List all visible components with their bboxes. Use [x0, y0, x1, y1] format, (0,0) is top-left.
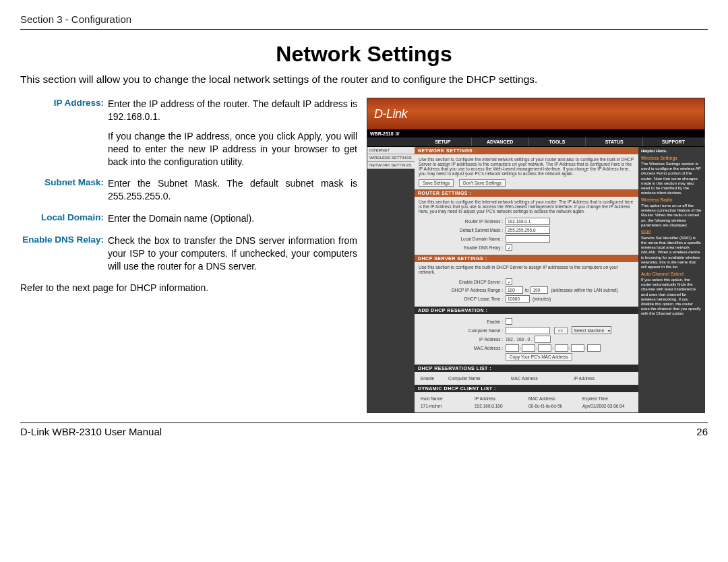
res-enable-label: Enable :: [419, 319, 506, 324]
dyn-col-exp: Expired Time: [580, 395, 634, 402]
def-ip-text1: Enter the IP address of the router. The …: [108, 98, 357, 123]
help-ws-title: Wireless Settings: [641, 156, 702, 161]
tab-status[interactable]: STATUS: [586, 137, 643, 146]
dyn-row: 171-mohm 192.168.0.100 00-0c-f1-fa-6d-5b…: [419, 402, 634, 410]
help-acs-title: Auto Channel Select: [641, 272, 702, 277]
dont-save-button[interactable]: Don't Save Settings: [459, 179, 506, 187]
page-title: Network Settings: [20, 42, 708, 67]
res-mac-6[interactable]: [587, 344, 601, 352]
res-cname-input[interactable]: [506, 327, 550, 334]
router-screenshot: D-Link WBR-2310/// SETUP ADVANCED TOOLS …: [367, 98, 705, 413]
dynamic-list-header: DYNAMIC DHCP CLIENT LIST :: [415, 385, 638, 392]
dhcp-lease-input[interactable]: 10800: [506, 295, 530, 303]
help-acs-text: If you select this option, the router au…: [641, 278, 702, 317]
dhcp-range-label: DHCP IP Address Range :: [419, 288, 506, 292]
tab-support[interactable]: SUPPORT: [643, 137, 704, 146]
def-domain-text: Enter the Domain name (Optional).: [108, 212, 357, 225]
res-cname-label: Computer Name :: [419, 328, 506, 333]
dhcp-lease-unit: (minutes): [533, 296, 551, 301]
def-ip-label: IP Address:: [20, 98, 108, 168]
dhcp-server-header: DHCP SERVER SETTINGS :: [415, 255, 638, 262]
network-settings-body: Use this section to configure the intern…: [419, 157, 634, 176]
save-button[interactable]: Save Settings: [419, 179, 454, 187]
help-header: Helpful Hints..: [641, 149, 702, 154]
def-dns-text: Check the box to transfer the DNS server…: [108, 235, 357, 273]
dhcp-server-body: Use this section to configure the built-…: [419, 265, 634, 274]
model-label: WBR-2310: [370, 131, 394, 136]
subnet-input[interactable]: 255.255.255.0: [506, 226, 550, 234]
tab-setup[interactable]: SETUP: [415, 137, 472, 146]
def-ip-text2: If you change the IP address, once you c…: [108, 130, 357, 168]
subnet-label: Default Subnet Mask :: [419, 228, 506, 232]
tab-tools[interactable]: TOOLS: [529, 137, 586, 146]
local-domain-label: Local Domain Name :: [419, 237, 506, 241]
help-ws-text: The Wireless Settings section is used to…: [641, 162, 702, 195]
dhcp-lease-label: DHCP Lease Time :: [419, 296, 506, 301]
reslist-col-enable: Enable: [419, 375, 446, 382]
res-select-btn[interactable]: <<: [554, 327, 568, 334]
res-ip-input[interactable]: [535, 336, 551, 343]
res-mac-4[interactable]: [555, 344, 568, 352]
def-domain-label: Local Domain:: [20, 212, 108, 225]
help-wr-text: This option turns on or off the wireless…: [641, 204, 702, 228]
nav-network[interactable]: NETWORK SETTINGS: [367, 162, 415, 169]
dhcp-range-note: (addresses within the LAN subnet): [551, 288, 617, 292]
intro-text: This section will allow you to change th…: [20, 73, 708, 86]
router-ip-label: Router IP Address :: [419, 219, 506, 224]
router-settings-body: Use this section to configure the intern…: [419, 199, 634, 214]
dns-relay-checkbox[interactable]: ✓: [506, 244, 512, 251]
dhcp-range-from[interactable]: 100: [506, 286, 523, 294]
res-machine-select[interactable]: Select Machine: [572, 326, 611, 334]
def-subnet-text: Enter the Subnet Mask. The default subne…: [108, 177, 357, 203]
res-ip-prefix: 192 . 168 . 0 .: [506, 337, 533, 342]
reslist-col-ip: IP Address: [572, 375, 634, 382]
reservations-list-header: DHCP RESERVATIONS LIST :: [415, 365, 638, 372]
copy-mac-button[interactable]: Copy Your PC's MAC Address: [506, 353, 572, 361]
dhcp-enable-checkbox[interactable]: ✓: [506, 278, 512, 285]
help-ssid-title: SSID: [641, 230, 702, 235]
nav-wireless[interactable]: WIRELESS SETTINGS: [367, 154, 415, 162]
res-mac-1[interactable]: [506, 344, 519, 352]
definitions-column: IP Address: Enter the IP address of the …: [20, 98, 357, 413]
dhcp-range-to[interactable]: 199: [530, 286, 548, 294]
res-enable-checkbox[interactable]: [506, 318, 512, 325]
section-header: Section 3 - Configuration: [20, 13, 131, 25]
router-settings-header: ROUTER SETTINGS :: [415, 189, 638, 197]
tab-advanced[interactable]: ADVANCED: [472, 137, 529, 146]
res-mac-2[interactable]: [522, 344, 535, 352]
res-mac-5[interactable]: [571, 344, 584, 352]
dhcp-enable-label: Enable DHCP Server :: [419, 280, 506, 284]
reslist-col-cname: Computer Name: [446, 375, 509, 382]
def-subnet-label: Subnet Mask:: [20, 177, 108, 203]
footer-left: D-Link WBR-2310 User Manual: [20, 426, 162, 437]
dns-relay-label: Enable DNS Relay :: [419, 245, 506, 250]
res-mac-3[interactable]: [538, 344, 551, 352]
next-page-note: Refer to the next page for DHCP informat…: [20, 282, 357, 293]
dyn-col-ip: IP Address: [473, 395, 526, 402]
res-ip-label: IP Address :: [419, 337, 506, 342]
router-ip-input[interactable]: 192.168.0.1: [506, 218, 550, 225]
main-panel: NETWORK SETTINGS : Use this section to c…: [415, 147, 638, 412]
local-domain-input[interactable]: [506, 235, 550, 243]
dyn-col-host: Host Name: [419, 395, 473, 402]
footer-page: 26: [696, 426, 708, 437]
help-wr-title: Wireless Radio: [641, 197, 702, 203]
add-reservation-header: ADD DHCP RESERVATION :: [415, 307, 638, 314]
brand-banner: D-Link: [367, 98, 704, 129]
help-sidebar: Helpful Hints.. Wireless Settings The Wi…: [638, 147, 704, 412]
reslist-col-mac: MAC Address: [509, 375, 572, 382]
def-dns-label: Enable DNS Relay:: [20, 235, 108, 273]
left-nav: INTERNET WIRELESS SETTINGS NETWORK SETTI…: [367, 147, 415, 412]
dyn-col-mac: MAC Address: [526, 395, 580, 402]
res-mac-label: MAC Address :: [419, 346, 506, 350]
nav-internet[interactable]: INTERNET: [367, 147, 415, 154]
help-ssid-text: Service Set Identifier (SSID) is the nam…: [641, 236, 702, 270]
network-settings-header: NETWORK SETTINGS :: [415, 147, 638, 154]
